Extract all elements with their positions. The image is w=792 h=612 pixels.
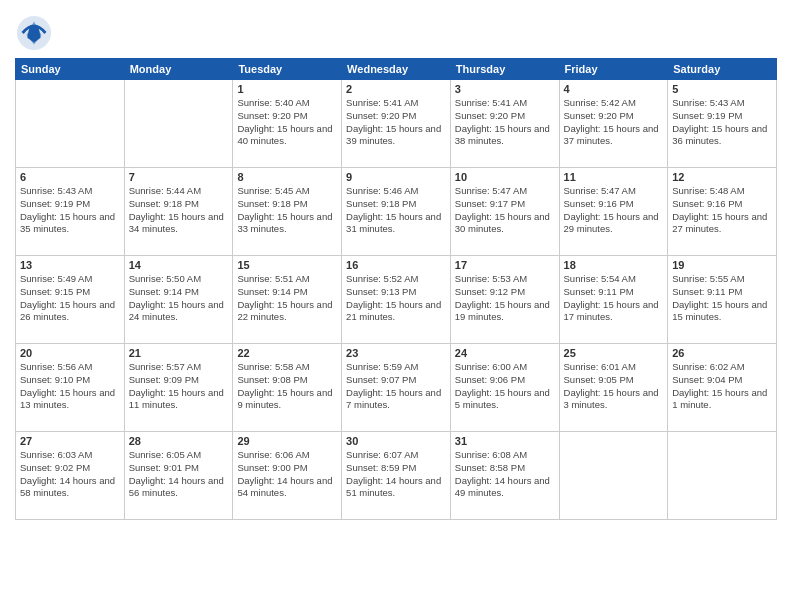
day-info: Sunrise: 6:06 AM Sunset: 9:00 PM Dayligh…: [237, 449, 337, 500]
day-info: Sunrise: 5:56 AM Sunset: 9:10 PM Dayligh…: [20, 361, 120, 412]
day-number: 16: [346, 259, 446, 271]
day-cell: [559, 432, 668, 520]
day-number: 14: [129, 259, 229, 271]
day-info: Sunrise: 6:02 AM Sunset: 9:04 PM Dayligh…: [672, 361, 772, 412]
day-number: 7: [129, 171, 229, 183]
day-info: Sunrise: 5:46 AM Sunset: 9:18 PM Dayligh…: [346, 185, 446, 236]
day-cell: 18Sunrise: 5:54 AM Sunset: 9:11 PM Dayli…: [559, 256, 668, 344]
day-number: 27: [20, 435, 120, 447]
day-cell: 13Sunrise: 5:49 AM Sunset: 9:15 PM Dayli…: [16, 256, 125, 344]
day-info: Sunrise: 5:40 AM Sunset: 9:20 PM Dayligh…: [237, 97, 337, 148]
day-info: Sunrise: 6:01 AM Sunset: 9:05 PM Dayligh…: [564, 361, 664, 412]
day-number: 2: [346, 83, 446, 95]
day-cell: 11Sunrise: 5:47 AM Sunset: 9:16 PM Dayli…: [559, 168, 668, 256]
week-row-2: 6Sunrise: 5:43 AM Sunset: 9:19 PM Daylig…: [16, 168, 777, 256]
day-info: Sunrise: 5:43 AM Sunset: 9:19 PM Dayligh…: [672, 97, 772, 148]
day-cell: 10Sunrise: 5:47 AM Sunset: 9:17 PM Dayli…: [450, 168, 559, 256]
week-row-3: 13Sunrise: 5:49 AM Sunset: 9:15 PM Dayli…: [16, 256, 777, 344]
weekday-header-tuesday: Tuesday: [233, 59, 342, 80]
day-info: Sunrise: 5:49 AM Sunset: 9:15 PM Dayligh…: [20, 273, 120, 324]
weekday-header-thursday: Thursday: [450, 59, 559, 80]
day-info: Sunrise: 5:47 AM Sunset: 9:17 PM Dayligh…: [455, 185, 555, 236]
day-cell: 2Sunrise: 5:41 AM Sunset: 9:20 PM Daylig…: [342, 80, 451, 168]
weekday-header-saturday: Saturday: [668, 59, 777, 80]
page: SundayMondayTuesdayWednesdayThursdayFrid…: [0, 0, 792, 612]
day-number: 9: [346, 171, 446, 183]
calendar: SundayMondayTuesdayWednesdayThursdayFrid…: [15, 58, 777, 520]
day-info: Sunrise: 5:47 AM Sunset: 9:16 PM Dayligh…: [564, 185, 664, 236]
weekday-header-monday: Monday: [124, 59, 233, 80]
day-number: 5: [672, 83, 772, 95]
day-number: 20: [20, 347, 120, 359]
day-info: Sunrise: 6:00 AM Sunset: 9:06 PM Dayligh…: [455, 361, 555, 412]
day-number: 3: [455, 83, 555, 95]
day-cell: 14Sunrise: 5:50 AM Sunset: 9:14 PM Dayli…: [124, 256, 233, 344]
weekday-header-wednesday: Wednesday: [342, 59, 451, 80]
day-number: 28: [129, 435, 229, 447]
day-cell: 26Sunrise: 6:02 AM Sunset: 9:04 PM Dayli…: [668, 344, 777, 432]
day-info: Sunrise: 6:05 AM Sunset: 9:01 PM Dayligh…: [129, 449, 229, 500]
day-number: 25: [564, 347, 664, 359]
day-info: Sunrise: 5:48 AM Sunset: 9:16 PM Dayligh…: [672, 185, 772, 236]
day-number: 30: [346, 435, 446, 447]
day-number: 8: [237, 171, 337, 183]
day-cell: 4Sunrise: 5:42 AM Sunset: 9:20 PM Daylig…: [559, 80, 668, 168]
day-cell: 3Sunrise: 5:41 AM Sunset: 9:20 PM Daylig…: [450, 80, 559, 168]
day-cell: 19Sunrise: 5:55 AM Sunset: 9:11 PM Dayli…: [668, 256, 777, 344]
day-cell: 5Sunrise: 5:43 AM Sunset: 9:19 PM Daylig…: [668, 80, 777, 168]
day-number: 22: [237, 347, 337, 359]
day-info: Sunrise: 5:41 AM Sunset: 9:20 PM Dayligh…: [346, 97, 446, 148]
day-info: Sunrise: 5:59 AM Sunset: 9:07 PM Dayligh…: [346, 361, 446, 412]
day-number: 11: [564, 171, 664, 183]
day-info: Sunrise: 5:52 AM Sunset: 9:13 PM Dayligh…: [346, 273, 446, 324]
day-number: 4: [564, 83, 664, 95]
day-info: Sunrise: 5:44 AM Sunset: 9:18 PM Dayligh…: [129, 185, 229, 236]
day-cell: [16, 80, 125, 168]
day-cell: 6Sunrise: 5:43 AM Sunset: 9:19 PM Daylig…: [16, 168, 125, 256]
day-cell: 1Sunrise: 5:40 AM Sunset: 9:20 PM Daylig…: [233, 80, 342, 168]
day-cell: 8Sunrise: 5:45 AM Sunset: 9:18 PM Daylig…: [233, 168, 342, 256]
day-cell: 22Sunrise: 5:58 AM Sunset: 9:08 PM Dayli…: [233, 344, 342, 432]
weekday-header-sunday: Sunday: [16, 59, 125, 80]
logo: [15, 14, 55, 52]
day-cell: 23Sunrise: 5:59 AM Sunset: 9:07 PM Dayli…: [342, 344, 451, 432]
day-cell: 9Sunrise: 5:46 AM Sunset: 9:18 PM Daylig…: [342, 168, 451, 256]
day-info: Sunrise: 5:45 AM Sunset: 9:18 PM Dayligh…: [237, 185, 337, 236]
day-number: 21: [129, 347, 229, 359]
day-number: 31: [455, 435, 555, 447]
day-cell: 21Sunrise: 5:57 AM Sunset: 9:09 PM Dayli…: [124, 344, 233, 432]
day-number: 13: [20, 259, 120, 271]
day-cell: 27Sunrise: 6:03 AM Sunset: 9:02 PM Dayli…: [16, 432, 125, 520]
day-cell: 15Sunrise: 5:51 AM Sunset: 9:14 PM Dayli…: [233, 256, 342, 344]
day-number: 29: [237, 435, 337, 447]
day-cell: 30Sunrise: 6:07 AM Sunset: 8:59 PM Dayli…: [342, 432, 451, 520]
day-number: 23: [346, 347, 446, 359]
day-info: Sunrise: 6:07 AM Sunset: 8:59 PM Dayligh…: [346, 449, 446, 500]
day-cell: 12Sunrise: 5:48 AM Sunset: 9:16 PM Dayli…: [668, 168, 777, 256]
day-info: Sunrise: 5:50 AM Sunset: 9:14 PM Dayligh…: [129, 273, 229, 324]
header: [15, 10, 777, 52]
logo-icon: [15, 14, 53, 52]
day-info: Sunrise: 5:51 AM Sunset: 9:14 PM Dayligh…: [237, 273, 337, 324]
day-number: 17: [455, 259, 555, 271]
day-cell: 7Sunrise: 5:44 AM Sunset: 9:18 PM Daylig…: [124, 168, 233, 256]
day-cell: 25Sunrise: 6:01 AM Sunset: 9:05 PM Dayli…: [559, 344, 668, 432]
day-cell: 24Sunrise: 6:00 AM Sunset: 9:06 PM Dayli…: [450, 344, 559, 432]
day-info: Sunrise: 5:58 AM Sunset: 9:08 PM Dayligh…: [237, 361, 337, 412]
day-number: 1: [237, 83, 337, 95]
day-cell: [124, 80, 233, 168]
weekday-header-friday: Friday: [559, 59, 668, 80]
day-cell: 29Sunrise: 6:06 AM Sunset: 9:00 PM Dayli…: [233, 432, 342, 520]
day-info: Sunrise: 5:53 AM Sunset: 9:12 PM Dayligh…: [455, 273, 555, 324]
day-cell: 31Sunrise: 6:08 AM Sunset: 8:58 PM Dayli…: [450, 432, 559, 520]
day-info: Sunrise: 5:55 AM Sunset: 9:11 PM Dayligh…: [672, 273, 772, 324]
day-cell: 20Sunrise: 5:56 AM Sunset: 9:10 PM Dayli…: [16, 344, 125, 432]
day-info: Sunrise: 6:03 AM Sunset: 9:02 PM Dayligh…: [20, 449, 120, 500]
day-number: 18: [564, 259, 664, 271]
day-cell: 16Sunrise: 5:52 AM Sunset: 9:13 PM Dayli…: [342, 256, 451, 344]
day-number: 15: [237, 259, 337, 271]
day-info: Sunrise: 5:41 AM Sunset: 9:20 PM Dayligh…: [455, 97, 555, 148]
day-cell: 17Sunrise: 5:53 AM Sunset: 9:12 PM Dayli…: [450, 256, 559, 344]
day-cell: 28Sunrise: 6:05 AM Sunset: 9:01 PM Dayli…: [124, 432, 233, 520]
day-number: 12: [672, 171, 772, 183]
